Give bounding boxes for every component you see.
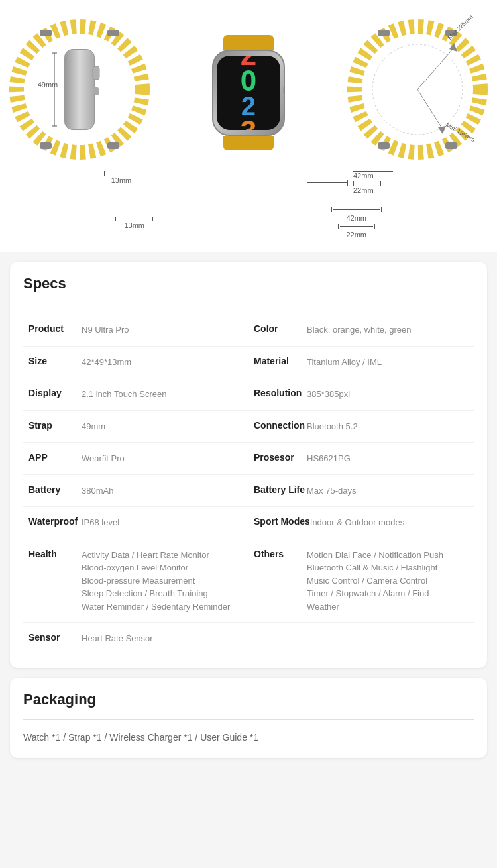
- label-material: Material: [254, 356, 307, 366]
- packaging-contents: Watch *1 / Strap *1 / Wireless Charger *…: [23, 730, 474, 745]
- spec-cell-health: Health Activity Data / Heart Rate Monito…: [23, 539, 248, 623]
- specs-table: Product N9 Ultra Pro Color Black, orange…: [23, 314, 474, 655]
- svg-line-19: [417, 48, 454, 89]
- value-battery: 380mAh: [82, 484, 113, 498]
- label-connection: Connection: [254, 420, 307, 431]
- spec-cell-sensor: Sensor Heart Rate Sensor: [23, 623, 248, 655]
- watch-diagrams: 49mm: [7, 13, 490, 166]
- strap-left-diagram: 49mm: [7, 13, 152, 166]
- spec-row-app: APP Wearfit Pro Prosesor HS6621PG: [23, 443, 474, 475]
- dim-22mm-label: 22mm: [346, 231, 366, 239]
- watch-height-value: 42mm: [353, 172, 374, 180]
- spec-row-health: Health Activity Data / Heart Rate Monito…: [23, 539, 474, 624]
- svg-rect-8: [93, 87, 99, 95]
- dim-13mm: 13mm: [115, 217, 153, 229]
- value-sensor: Heart Rate Sensor: [82, 632, 153, 645]
- spec-cell-battery-life: Battery Life Max 75-days: [248, 475, 474, 507]
- label-color: Color: [254, 323, 307, 334]
- packaging-section: Packaging Watch *1 / Strap *1 / Wireless…: [10, 678, 487, 758]
- value-color: Black, orange, white, green: [307, 323, 412, 337]
- spec-row-strap: Strap 49mm Connection Bluetooth 5.2: [23, 411, 474, 443]
- spec-cell-sensor-right: [248, 623, 474, 655]
- value-others: Motion Dial Face / Notification Push Blu…: [307, 549, 443, 614]
- specs-divider: [23, 303, 474, 303]
- svg-text:49mm: 49mm: [38, 81, 58, 89]
- label-processor: Prosesor: [254, 452, 307, 462]
- value-resolution: 385*385pxl: [307, 388, 350, 401]
- width-value: 13mm: [111, 176, 132, 184]
- spec-cell-product-label: Product N9 Ultra Pro: [23, 314, 248, 346]
- spec-cell-app: APP Wearfit Pro: [23, 443, 248, 474]
- value-battery-life: Max 75-days: [307, 484, 356, 498]
- svg-rect-2: [107, 142, 119, 149]
- spec-cell-waterproof: Waterproof IP68 level: [23, 507, 248, 539]
- spec-row-battery: Battery 380mAh Battery Life Max 75-days: [23, 475, 474, 508]
- spec-row-display: Display 2.1 inch Touch Screen Resolution…: [23, 378, 474, 411]
- label-battery: Battery: [28, 484, 82, 495]
- spec-cell-color: Color Black, orange, white, green: [248, 314, 474, 346]
- svg-rect-3: [40, 30, 52, 36]
- spec-cell-battery: Battery 380mAh: [23, 475, 248, 507]
- svg-rect-7: [93, 66, 99, 80]
- watch-front-diagram: 2 0 2 3: [212, 35, 285, 150]
- strap-right-diagram: Max 225mm Mini 155mm: [345, 13, 490, 166]
- label-battery-life: Battery Life: [254, 484, 307, 495]
- dim-42-22mm: 42mm 22mm: [331, 207, 382, 239]
- value-waterproof: IP68 level: [82, 516, 119, 529]
- specs-section: Specs Product N9 Ultra Pro Color Black, …: [10, 262, 487, 668]
- label-display: Display: [28, 388, 82, 398]
- spec-cell-sport-modes: Sport Modes Indoor & Outdoor modes: [248, 507, 474, 539]
- spec-cell-processor: Prosesor HS6621PG: [248, 443, 474, 474]
- value-processor: HS6621PG: [307, 452, 351, 465]
- label-resolution: Resolution: [254, 388, 307, 398]
- packaging-title: Packaging: [23, 691, 474, 708]
- svg-line-21: [417, 89, 443, 129]
- packaging-divider: [23, 719, 474, 720]
- hero-section: 49mm: [0, 0, 497, 207]
- spec-cell-size: Size 42*49*13mm: [23, 347, 248, 378]
- value-connection: Bluetooth 5.2: [307, 420, 358, 433]
- label-app: APP: [28, 452, 82, 462]
- label-strap: Strap: [28, 420, 82, 431]
- dimensions-row: 13mm 42mm 22mm: [7, 166, 490, 207]
- svg-rect-15: [445, 142, 457, 149]
- spec-row-waterproof: Waterproof IP68 level Sport Modes Indoor…: [23, 507, 474, 539]
- spec-row-size: Size 42*49*13mm Material Titanium Alloy …: [23, 347, 474, 379]
- width-dim: 13mm: [104, 171, 138, 194]
- dimensions-display: 13mm 42mm 22mm: [0, 207, 497, 252]
- value-app: Wearfit Pro: [82, 452, 125, 465]
- value-size: 42*49*13mm: [82, 356, 131, 369]
- label-waterproof: Waterproof: [28, 516, 82, 527]
- label-sport-modes: Sport Modes: [254, 516, 310, 527]
- value-strap: 49mm: [82, 420, 105, 433]
- value-sport-modes: Indoor & Outdoor modes: [310, 516, 404, 529]
- value-material: Titanium Alloy / IML: [307, 356, 382, 369]
- spec-row-product: Product N9 Ultra Pro Color Black, orange…: [23, 314, 474, 347]
- spec-cell-connection: Connection Bluetooth 5.2: [248, 411, 474, 443]
- strap-width-value: 22mm: [353, 186, 374, 194]
- svg-rect-1: [40, 142, 52, 149]
- svg-rect-14: [378, 142, 390, 149]
- label-others: Others: [254, 549, 307, 559]
- label-health: Health: [28, 549, 82, 559]
- label-product: Product: [28, 323, 82, 334]
- label-sensor: Sensor: [28, 632, 82, 643]
- value-product: N9 Ultra Pro: [82, 323, 129, 337]
- dim-13mm-label: 13mm: [124, 221, 144, 229]
- spec-cell-strap: Strap 49mm: [23, 411, 248, 443]
- spec-cell-others: Others Motion Dial Face / Notification P…: [248, 539, 474, 623]
- svg-rect-16: [378, 30, 390, 36]
- spec-cell-resolution: Resolution 385*385pxl: [248, 378, 474, 410]
- height-dim: 42mm 22mm: [307, 171, 393, 194]
- dim-42mm-label: 42mm: [346, 214, 366, 222]
- value-display: 2.1 inch Touch Screen: [82, 388, 166, 401]
- strap-circle-svg: 49mm: [7, 13, 152, 166]
- strap-size-svg: Max 225mm Mini 155mm: [345, 13, 490, 166]
- spec-row-sensor: Sensor Heart Rate Sensor: [23, 623, 474, 655]
- spec-cell-material: Material Titanium Alloy / IML: [248, 347, 474, 378]
- specs-title: Specs: [23, 275, 474, 292]
- svg-rect-4: [107, 30, 119, 36]
- spec-cell-display: Display 2.1 inch Touch Screen: [23, 378, 248, 410]
- svg-rect-6: [65, 50, 94, 129]
- label-size: Size: [28, 356, 82, 366]
